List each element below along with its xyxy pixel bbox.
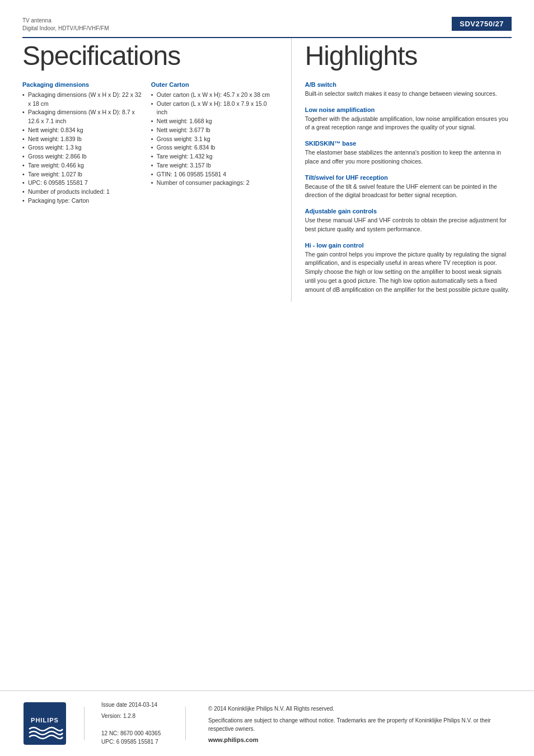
highlight-title: A/B switch [305, 81, 512, 88]
spec-section-title-packaging: Packaging dimensions [22, 81, 146, 88]
list-item: Number of consumer packagings: 2 [151, 179, 274, 188]
list-item: Gross weight: 1.3 kg [22, 143, 146, 152]
footer-right: © 2014 Koninklijke Philips N.V. All Righ… [203, 704, 512, 743]
highlight-section: Adjustable gain controlsUse these manual… [305, 208, 512, 234]
list-item: Packaging type: Carton [22, 197, 146, 206]
highlight-text: The elastomer base stabilizes the antenn… [305, 148, 512, 166]
issue-label: Issue date [101, 702, 129, 708]
header: TV antenna Digital Indoor, HDTV/UHF/VHF/… [22, 17, 512, 32]
version-label: Version: [101, 713, 123, 719]
highlight-title: Adjustable gain controls [305, 208, 512, 214]
highlight-title: Low noise amplification [305, 106, 512, 113]
list-item: Outer carton (L x W x H): 45.7 x 20 x 38… [151, 91, 274, 100]
list-item: Tare weight: 1.432 kg [151, 152, 274, 161]
footer-legal: Specifications are subject to change wit… [208, 716, 512, 733]
issue-date-item: Issue date 2014-03-14 [101, 701, 168, 709]
highlight-text: Together with the adjustable amplificati… [305, 115, 512, 133]
spec-section-carton: Outer Carton Outer carton (L x W x H): 4… [151, 81, 274, 188]
highlight-section: A/B switchBuilt-in selector switch makes… [305, 81, 512, 99]
carton-list: Outer carton (L x W x H): 45.7 x 20 x 38… [151, 91, 274, 188]
footer-copyright: © 2014 Koninklijke Philips N.V. All Righ… [208, 704, 512, 713]
highlight-title: Tilt/swivel for UHF reception [305, 174, 512, 181]
page: TV antenna Digital Indoor, HDTV/UHF/VHF/… [0, 0, 534, 756]
highlights-column: Highlights A/B switchBuilt-in selector s… [292, 38, 512, 302]
footer: PHILIPS Issue date 2014-03-14 Version: 1… [0, 690, 534, 756]
list-item: Nett weight: 0.834 kg [22, 126, 146, 135]
highlight-section: Tilt/swivel for UHF receptionBecause of … [305, 174, 512, 200]
highlights-list: A/B switchBuilt-in selector switch makes… [305, 81, 512, 295]
highlights-title: Highlights [305, 41, 512, 71]
spec-col-right: Outer Carton Outer carton (L x W x H): 4… [151, 81, 280, 214]
list-item: Gross weight: 2.866 lb [22, 152, 146, 161]
list-item: Number of products included: 1 [22, 188, 146, 197]
issue-date-value: 2014-03-14 [129, 702, 157, 708]
spec-columns: Packaging dimensions Packaging dimension… [22, 81, 280, 214]
page-title: Specifications [22, 41, 280, 71]
header-left: TV antenna Digital Indoor, HDTV/UHF/VHF/… [22, 17, 109, 32]
highlight-section: SKIDSKIN™ baseThe elastomer base stabili… [305, 140, 512, 166]
highlight-text: Because of the tilt & swivel feature the… [305, 183, 512, 200]
main-content: Specifications Packaging dimensions Pack… [22, 38, 512, 302]
highlight-text: Use these manual UHF and VHF controls to… [305, 216, 512, 234]
spec-col-left: Packaging dimensions Packaging dimension… [22, 81, 151, 214]
list-item: Nett weight: 1.839 lb [22, 135, 146, 144]
nc-code: 12 NC: 8670 000 40365 [101, 729, 168, 738]
upc-code: UPC: 6 09585 15581 7 [101, 738, 168, 746]
footer-divider-2 [185, 707, 186, 740]
highlight-section: Hi - low gain controlThe gain control he… [305, 242, 512, 295]
product-line: TV antenna [22, 17, 109, 25]
highlight-title: SKIDSKIN™ base [305, 140, 512, 147]
list-item: Tare weight: 1.027 lb [22, 170, 146, 179]
version-value: 1.2.8 [123, 713, 135, 719]
product-code: SDV2750/27 [452, 17, 512, 31]
footer-url: www.philips.com [208, 736, 512, 743]
packaging-list: Packaging dimensions (W x H x D): 22 x 3… [22, 91, 146, 206]
list-item: Packaging dimensions (W x H x D): 8.7 x … [22, 108, 146, 126]
philips-logo: PHILIPS [22, 701, 67, 746]
list-item: Outer carton (L x W x H): 18.0 x 7.9 x 1… [151, 100, 274, 118]
spec-section-title-carton: Outer Carton [151, 81, 274, 88]
list-item: Gross weight: 3.1 kg [151, 135, 274, 144]
highlight-title: Hi - low gain control [305, 242, 512, 249]
list-item: GTIN: 1 06 09585 15581 4 [151, 170, 274, 179]
list-item: Tare weight: 0.466 kg [22, 161, 146, 170]
footer-meta: Issue date 2014-03-14 Version: 1.2.8 12 … [101, 701, 168, 746]
svg-text:PHILIPS: PHILIPS [31, 717, 59, 724]
list-item: UPC: 6 09585 15581 7 [22, 179, 146, 188]
product-subtitle: Digital Indoor, HDTV/UHF/VHF/FM [22, 25, 109, 32]
footer-divider [84, 707, 85, 740]
specifications-column: Specifications Packaging dimensions Pack… [22, 38, 292, 302]
highlight-text: Built-in selector switch makes it easy t… [305, 90, 512, 99]
highlight-section: Low noise amplificationTogether with the… [305, 106, 512, 133]
list-item: Nett weight: 1.668 kg [151, 117, 274, 126]
list-item: Tare weight: 3.157 lb [151, 161, 274, 170]
version-item: Version: 1.2.8 [101, 712, 168, 720]
highlight-text: The gain control helps you improve the p… [305, 250, 512, 295]
spec-section-packaging: Packaging dimensions Packaging dimension… [22, 81, 146, 206]
list-item: Nett weight: 3.677 lb [151, 126, 274, 135]
list-item: Gross weight: 6.834 lb [151, 143, 274, 152]
list-item: Packaging dimensions (W x H x D): 22 x 3… [22, 91, 146, 109]
